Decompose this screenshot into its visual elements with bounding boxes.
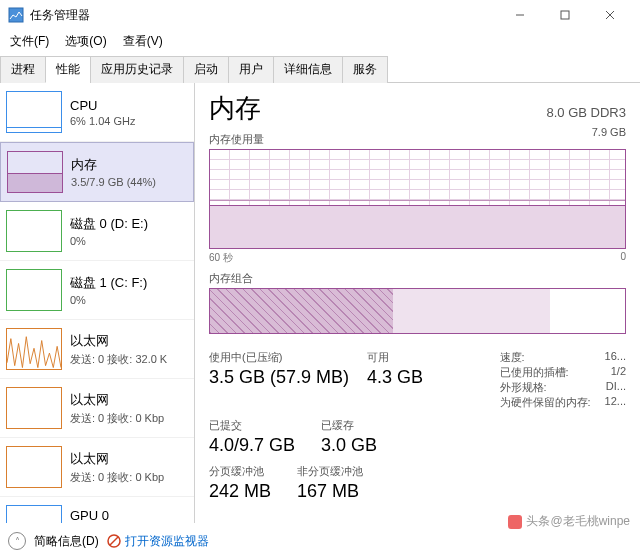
inuse-label: 使用中(已压缩) [209,350,349,365]
menu-file[interactable]: 文件(F) [4,31,55,52]
sidebar-disk1-sub: 0% [70,294,147,306]
tab-history[interactable]: 应用历史记录 [90,56,184,83]
tab-details[interactable]: 详细信息 [273,56,343,83]
memory-sparkline [7,151,63,193]
sidebar-eth2-title: 以太网 [70,450,164,468]
sidebar[interactable]: CPU6% 1.04 GHz 内存3.5/7.9 GB (44%) 磁盘 0 (… [0,83,195,523]
memory-composition-chart [209,288,626,334]
nonpaged-value: 167 MB [297,481,363,502]
app-icon [8,7,24,23]
axis-left: 60 秒 [209,251,233,265]
paged-label: 分页缓冲池 [209,464,271,479]
sidebar-item-memory[interactable]: 内存3.5/7.9 GB (44%) [0,142,194,202]
sidebar-item-eth1[interactable]: 以太网发送: 0 接收: 0 Kbp [0,379,194,438]
minimize-button[interactable] [497,0,542,30]
sidebar-eth2-sub: 发送: 0 接收: 0 Kbp [70,470,164,485]
close-button[interactable] [587,0,632,30]
menu-options[interactable]: 选项(O) [59,31,112,52]
gpu-sparkline [6,505,62,523]
avail-value: 4.3 GB [367,367,423,388]
watermark-logo-icon [508,515,522,529]
composition-label: 内存组合 [209,271,626,286]
tab-performance[interactable]: 性能 [45,56,91,83]
maximize-button[interactable] [542,0,587,30]
disk1-sparkline [6,269,62,311]
sidebar-item-eth0[interactable]: 以太网发送: 0 接收: 32.0 K [0,320,194,379]
memory-usage-chart [209,149,626,249]
sidebar-disk0-title: 磁盘 0 (D: E:) [70,215,148,233]
sidebar-eth0-sub: 发送: 0 接收: 32.0 K [70,352,167,367]
eth2-sparkline [6,446,62,488]
cached-value: 3.0 GB [321,435,377,456]
sidebar-cpu-sub: 6% 1.04 GHz [70,115,135,127]
sidebar-item-cpu[interactable]: CPU6% 1.04 GHz [0,83,194,142]
sidebar-item-disk1[interactable]: 磁盘 1 (C: F:)0% [0,261,194,320]
menubar: 文件(F) 选项(O) 查看(V) [0,30,640,52]
footer: ˄ 简略信息(D) 打开资源监视器 [8,532,632,550]
watermark-text: 头条@老毛桃winpe [526,513,630,530]
eth0-sparkline [6,328,62,370]
main-panel: 内存 8.0 GB DDR3 内存使用量 7.9 GB 60 秒 0 内存组合 … [195,83,640,523]
usage-label: 内存使用量 [209,132,264,147]
memory-spec: 8.0 GB DDR3 [547,105,626,120]
chevron-up-icon[interactable]: ˄ [8,532,26,550]
avail-label: 可用 [367,350,423,365]
sidebar-eth1-title: 以太网 [70,391,164,409]
cached-label: 已缓存 [321,418,377,433]
usage-max: 7.9 GB [592,126,626,147]
sidebar-eth0-title: 以太网 [70,332,167,350]
nonpaged-label: 非分页缓冲池 [297,464,363,479]
svg-line-6 [110,537,118,545]
right-stats: 速度:16... 已使用的插槽:1/2 外形规格:DI... 为硬件保留的内存:… [500,350,626,410]
sidebar-eth1-sub: 发送: 0 接收: 0 Kbp [70,411,164,426]
inuse-value: 3.5 GB (57.9 MB) [209,367,349,388]
sidebar-item-gpu[interactable]: GPU 0 [0,497,194,523]
titlebar: 任务管理器 [0,0,640,30]
watermark: 头条@老毛桃winpe [508,513,630,530]
svg-rect-2 [561,11,569,19]
sidebar-disk1-title: 磁盘 1 (C: F:) [70,274,147,292]
sidebar-mem-sub: 3.5/7.9 GB (44%) [71,176,156,188]
tab-startup[interactable]: 启动 [183,56,229,83]
tab-services[interactable]: 服务 [342,56,388,83]
disk0-sparkline [6,210,62,252]
sidebar-gpu-title: GPU 0 [70,508,109,523]
menu-view[interactable]: 查看(V) [117,31,169,52]
fewer-details-link[interactable]: 简略信息(D) [34,533,99,550]
window-title: 任务管理器 [30,7,497,24]
resmon-icon [107,534,121,548]
axis-right: 0 [620,251,626,265]
commit-value: 4.0/9.7 GB [209,435,295,456]
commit-label: 已提交 [209,418,295,433]
sidebar-cpu-title: CPU [70,98,135,113]
cpu-sparkline [6,91,62,133]
tabs: 进程 性能 应用历史记录 启动 用户 详细信息 服务 [0,56,640,83]
sidebar-item-eth2[interactable]: 以太网发送: 0 接收: 0 Kbp [0,438,194,497]
tab-processes[interactable]: 进程 [0,56,46,83]
sidebar-mem-title: 内存 [71,156,156,174]
paged-value: 242 MB [209,481,271,502]
tab-users[interactable]: 用户 [228,56,274,83]
sidebar-disk0-sub: 0% [70,235,148,247]
sidebar-item-disk0[interactable]: 磁盘 0 (D: E:)0% [0,202,194,261]
main-title: 内存 [209,91,261,126]
open-resmon-link[interactable]: 打开资源监视器 [107,533,209,550]
eth1-sparkline [6,387,62,429]
